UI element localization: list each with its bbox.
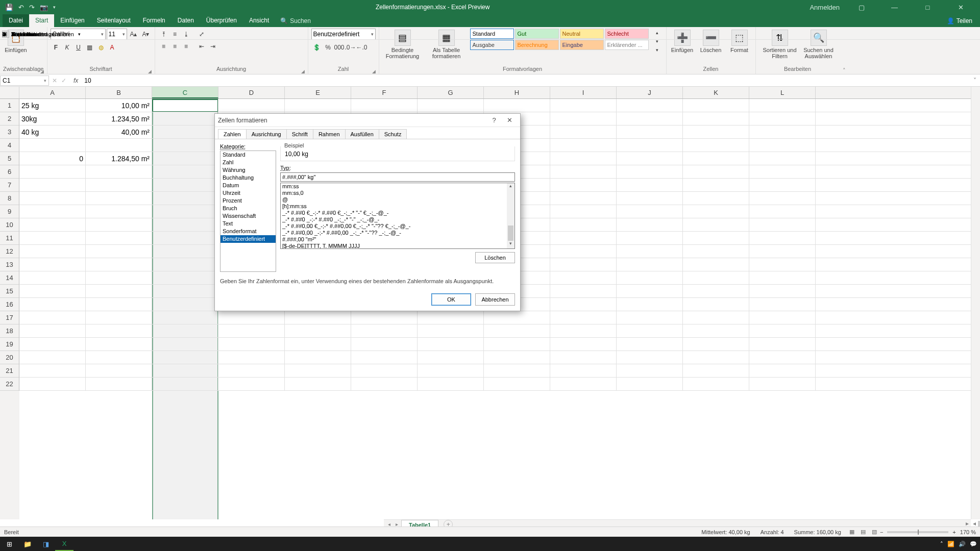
start-button[interactable]: ⊞	[0, 537, 18, 551]
row-header-22[interactable]: 22	[0, 378, 19, 391]
cell-L13[interactable]	[749, 258, 816, 271]
formula-input[interactable]	[82, 76, 970, 86]
row-header-6[interactable]: 6	[0, 165, 19, 179]
cell-C15[interactable]	[152, 285, 218, 298]
cell-C4[interactable]	[152, 139, 218, 152]
tab-pagelayout[interactable]: Seitenlayout	[91, 14, 137, 27]
cell-I7[interactable]	[550, 179, 617, 192]
cancel-button[interactable]: Abbrechen	[475, 293, 515, 306]
cell-I16[interactable]	[550, 298, 617, 311]
cell-L10[interactable]	[749, 218, 816, 232]
fx-icon[interactable]: fx	[69, 77, 82, 84]
row-header-15[interactable]: 15	[0, 285, 19, 298]
cell-H17[interactable]	[484, 311, 550, 324]
cell-L12[interactable]	[749, 245, 816, 258]
cell-D17[interactable]	[218, 311, 285, 324]
cell-L19[interactable]	[749, 338, 816, 351]
tab-review[interactable]: Überprüfen	[200, 14, 243, 27]
undo-icon[interactable]: ↶	[18, 4, 24, 11]
format-item[interactable]: mm:ss	[281, 183, 507, 190]
format-item[interactable]: _-* #.##0 _-;-* #.##0 _-;_-* "-" _-;_-@_…	[281, 216, 507, 223]
zoom-out-icon[interactable]: −	[880, 529, 883, 535]
cell-J9[interactable]	[617, 205, 683, 218]
cell-B22[interactable]	[86, 378, 152, 391]
cell-A4[interactable]	[19, 139, 86, 152]
category-item-zahl[interactable]: Zahl	[220, 159, 276, 166]
cell-J10[interactable]	[617, 218, 683, 232]
border-button[interactable]: ▦	[84, 42, 95, 53]
cell-I6[interactable]	[550, 165, 617, 179]
cell-L22[interactable]	[749, 378, 816, 391]
cell-J5[interactable]	[617, 152, 683, 165]
tray-network-icon[interactable]: 📶	[947, 541, 954, 547]
category-item-standard[interactable]: Standard	[220, 151, 276, 159]
cell-H20[interactable]	[484, 351, 550, 364]
cell-B11[interactable]	[86, 232, 152, 245]
row-header-10[interactable]: 10	[0, 218, 19, 232]
cell-C5[interactable]	[152, 152, 218, 165]
cell-C7[interactable]	[152, 179, 218, 192]
cell-J20[interactable]	[617, 351, 683, 364]
cell-C12[interactable]	[152, 245, 218, 258]
cell-K18[interactable]	[683, 324, 749, 338]
cell-D19[interactable]	[218, 338, 285, 351]
cell-I4[interactable]	[550, 139, 617, 152]
cell-A18[interactable]	[19, 324, 86, 338]
cell-I5[interactable]	[550, 152, 617, 165]
cell-B1[interactable]: 10,00 m²	[86, 99, 152, 112]
cell-B17[interactable]	[86, 311, 152, 324]
cell-J14[interactable]	[617, 271, 683, 285]
styles-more-icon[interactable]: ▾	[652, 46, 663, 54]
cell-L17[interactable]	[749, 311, 816, 324]
cell-L15[interactable]	[749, 285, 816, 298]
cell-C21[interactable]	[152, 364, 218, 378]
dialog-tab-ausfüllen[interactable]: Ausfüllen	[345, 129, 379, 139]
cell-I8[interactable]	[550, 192, 617, 205]
format-list[interactable]: mm:ssmm:ss,0@[h]:mm:ss_-* #.##0 €_-;-* #…	[280, 183, 515, 249]
cell-J19[interactable]	[617, 338, 683, 351]
cell-I18[interactable]	[550, 324, 617, 338]
cell-A17[interactable]	[19, 311, 86, 324]
cell-K6[interactable]	[683, 165, 749, 179]
cell-style-ausgabe[interactable]: Ausgabe	[470, 40, 514, 50]
cell-G18[interactable]	[418, 324, 484, 338]
cell-I9[interactable]	[550, 205, 617, 218]
decrease-decimal-icon[interactable]: ←.0	[356, 42, 368, 53]
cell-C18[interactable]	[152, 324, 218, 338]
row-header-5[interactable]: 5	[0, 152, 19, 165]
cell-F1[interactable]	[351, 99, 418, 112]
tell-me-search[interactable]: 🔍 Suchen	[280, 17, 311, 24]
cell-I10[interactable]	[550, 218, 617, 232]
cell-B13[interactable]	[86, 258, 152, 271]
cell-L9[interactable]	[749, 205, 816, 218]
row-header-3[interactable]: 3	[0, 126, 19, 139]
cell-D22[interactable]	[218, 378, 285, 391]
cell-J7[interactable]	[617, 179, 683, 192]
minimize-icon[interactable]: —	[883, 4, 906, 11]
cell-G1[interactable]	[418, 99, 484, 112]
cell-J8[interactable]	[617, 192, 683, 205]
col-header-D[interactable]: D	[218, 87, 285, 98]
cell-I19[interactable]	[550, 338, 617, 351]
cell-C3[interactable]	[152, 126, 218, 139]
cell-J6[interactable]	[617, 165, 683, 179]
cell-L8[interactable]	[749, 192, 816, 205]
cell-F20[interactable]	[351, 351, 418, 364]
cell-I21[interactable]	[550, 364, 617, 378]
cell-L6[interactable]	[749, 165, 816, 179]
dialog-tab-schutz[interactable]: Schutz	[379, 129, 407, 139]
cell-B7[interactable]	[86, 179, 152, 192]
cell-B6[interactable]	[86, 165, 152, 179]
cell-B19[interactable]	[86, 338, 152, 351]
col-header-A[interactable]: A	[19, 87, 86, 98]
system-tray[interactable]: ˄ 📶 🔊 💬	[940, 541, 980, 547]
cell-K4[interactable]	[683, 139, 749, 152]
cell-H22[interactable]	[484, 378, 550, 391]
cell-G19[interactable]	[418, 338, 484, 351]
cell-E1[interactable]	[285, 99, 351, 112]
category-item-datum[interactable]: Datum	[220, 182, 276, 189]
row-header-1[interactable]: 1	[0, 99, 19, 112]
cell-G21[interactable]	[418, 364, 484, 378]
cell-H21[interactable]	[484, 364, 550, 378]
cell-I3[interactable]	[550, 126, 617, 139]
